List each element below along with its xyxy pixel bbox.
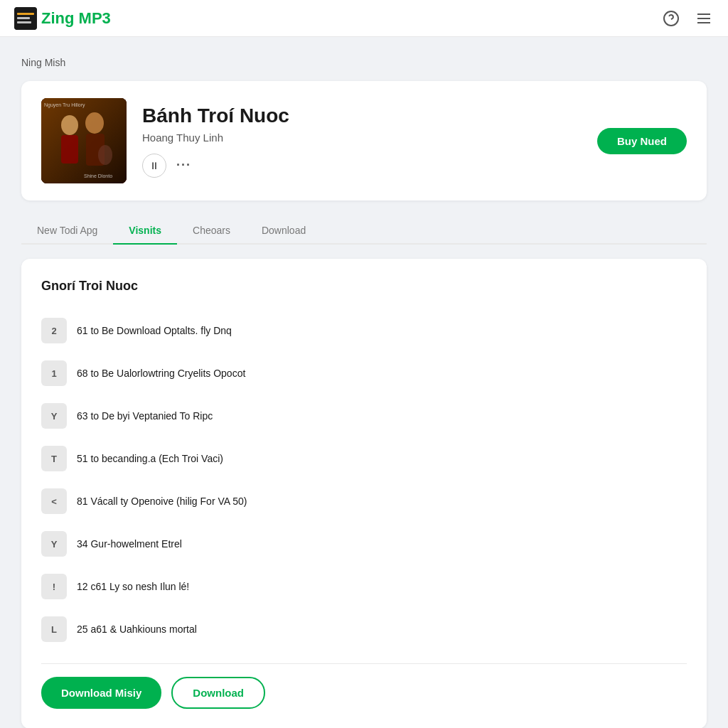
track-avatar: T xyxy=(41,446,67,471)
track-item[interactable]: !12 c61 Ly so nesh Ilun lé! xyxy=(41,565,687,608)
track-item[interactable]: T51 to becanding.a (Ech Troi Vaci) xyxy=(41,437,687,480)
svg-rect-2 xyxy=(17,17,30,19)
track-avatar: Y xyxy=(41,531,67,557)
svg-rect-1 xyxy=(17,13,34,15)
download-button[interactable]: Download xyxy=(171,677,265,709)
track-avatar: 1 xyxy=(41,360,67,386)
track-item[interactable]: 261 to Be Download Optalts. fly Dnq xyxy=(41,309,687,352)
track-avatar: < xyxy=(41,488,67,514)
more-icon: ··· xyxy=(176,158,191,172)
track-name: 51 to becanding.a (Ech Troi Vaci) xyxy=(77,453,687,464)
track-name: 12 c61 Ly so nesh Ilun lé! xyxy=(77,581,687,592)
more-button[interactable]: ··· xyxy=(176,158,191,173)
album-artist: Hoang Thuy Linh xyxy=(142,132,582,144)
track-info: 51 to becanding.a (Ech Troi Vaci) xyxy=(77,453,687,464)
logo-thumbnail xyxy=(14,7,37,30)
track-name: 68 to Be Ualorlowtring Cryelits Opocot xyxy=(77,368,687,379)
header: Zing MP3 xyxy=(0,0,728,37)
album-art: Nguyen Tru Hillory Shine Dlonto xyxy=(41,98,127,183)
logo-area: Zing MP3 xyxy=(14,7,111,30)
track-name: 63 to De byi Veptanied To Ripc xyxy=(77,410,687,422)
track-info: 61 to Be Download Optalts. fly Dnq xyxy=(77,325,687,336)
album-info: Bánh Troí Nuoc Hoang Thuy Linh ⏸ ··· xyxy=(142,105,582,178)
track-info: 68 to Be Ualorlowtring Cryelits Opocot xyxy=(77,368,687,379)
album-title: Bánh Troí Nuoc xyxy=(142,105,582,127)
track-info: 63 to De byi Veptanied To Ripc xyxy=(77,410,687,422)
playlist-title: Gnorí Troi Nuoc xyxy=(41,279,687,294)
track-name: 81 Vácall ty Openoive (hilig For VA 50) xyxy=(77,496,687,507)
track-info: 81 Vácall ty Openoive (hilig For VA 50) xyxy=(77,496,687,507)
help-icon[interactable] xyxy=(661,9,681,28)
pause-icon: ⏸ xyxy=(149,160,159,171)
svg-rect-12 xyxy=(61,135,78,164)
track-avatar: ! xyxy=(41,574,67,599)
divider xyxy=(41,663,687,664)
svg-point-11 xyxy=(61,115,78,135)
track-list: 261 to Be Download Optalts. fly Dnq168 t… xyxy=(41,309,687,651)
track-item[interactable]: <81 Vácall ty Openoive (hilig For VA 50) xyxy=(41,480,687,523)
svg-point-13 xyxy=(85,112,104,134)
track-avatar: L xyxy=(41,616,67,642)
menu-icon[interactable] xyxy=(694,9,714,28)
album-card: Nguyen Tru Hillory Shine Dlonto Bánh Tro… xyxy=(21,81,707,200)
tabs: New Todi Apg Visnits Cheoars Download xyxy=(21,218,707,245)
buy-button[interactable]: Buy Nued xyxy=(597,128,687,154)
track-item[interactable]: 168 to Be Ualorlowtring Cryelits Opocot xyxy=(41,352,687,395)
bottom-buttons: Download Misiy Download xyxy=(41,677,687,709)
tab-cheoars[interactable]: Cheoars xyxy=(177,218,246,243)
svg-point-15 xyxy=(98,145,112,165)
pause-button[interactable]: ⏸ xyxy=(142,154,166,178)
track-avatar: 2 xyxy=(41,318,67,343)
track-info: 12 c61 Ly so nesh Ilun lé! xyxy=(77,581,687,592)
track-item[interactable]: Y34 Gur-howelment Etrel xyxy=(41,523,687,565)
track-item[interactable]: Y63 to De byi Veptanied To Ripc xyxy=(41,395,687,437)
track-name: 61 to Be Download Optalts. fly Dnq xyxy=(77,325,687,336)
svg-text:Shine Dlonto: Shine Dlonto xyxy=(84,173,112,178)
logo-mp3: MP3 xyxy=(79,9,111,27)
track-avatar: Y xyxy=(41,403,67,429)
tab-download[interactable]: Download xyxy=(246,218,321,243)
logo-text: Zing MP3 xyxy=(41,9,111,28)
breadcrumb: Ning Mish xyxy=(21,57,707,68)
track-info: 25 a61 & Uahkiouns mortal xyxy=(77,623,687,635)
track-item[interactable]: L25 a61 & Uahkiouns mortal xyxy=(41,608,687,651)
logo-zing: Zing xyxy=(41,9,74,27)
tab-visnits[interactable]: Visnits xyxy=(113,218,177,243)
tab-new-todi-apg[interactable]: New Todi Apg xyxy=(21,218,113,243)
svg-text:Nguyen Tru Hillory: Nguyen Tru Hillory xyxy=(44,102,85,108)
track-info: 34 Gur-howelment Etrel xyxy=(77,538,687,550)
header-icons xyxy=(661,9,714,28)
track-name: 34 Gur-howelment Etrel xyxy=(77,538,687,550)
playlist-card: Gnorí Troi Nuoc 261 to Be Download Optal… xyxy=(21,259,707,728)
page-content: Ning Mish xyxy=(0,37,728,728)
svg-rect-10 xyxy=(41,98,127,183)
track-name: 25 a61 & Uahkiouns mortal xyxy=(77,623,687,635)
download-all-button[interactable]: Download Misiy xyxy=(41,677,161,709)
album-art-image: Nguyen Tru Hillory Shine Dlonto xyxy=(41,98,127,183)
svg-rect-3 xyxy=(17,21,31,23)
album-controls: ⏸ ··· xyxy=(142,154,582,178)
